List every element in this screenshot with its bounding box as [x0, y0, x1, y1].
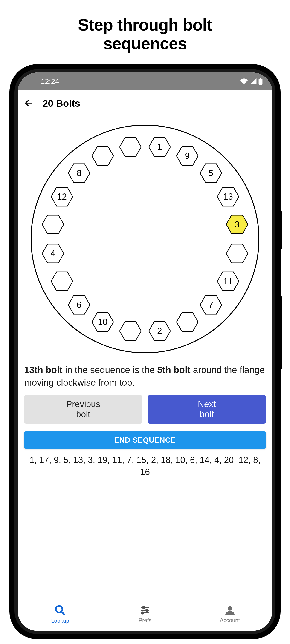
bolt-label-pos-5: 3: [234, 220, 239, 229]
nav-item-prefs[interactable]: Prefs: [103, 597, 188, 631]
bolt-label-pos-1: 1: [157, 142, 162, 152]
svg-point-4: [142, 606, 145, 608]
bolt-label-pos-2: 9: [185, 151, 190, 161]
previous-bolt-label: Previous bolt: [66, 399, 100, 419]
bolt-label-pos-18: 8: [77, 168, 82, 178]
previous-bolt-button[interactable]: Previous bolt: [24, 395, 142, 424]
flange-diagram: 19513311721064128: [18, 117, 272, 361]
svg-point-8: [142, 612, 144, 614]
bolt-label-pos-10: 2: [157, 326, 162, 336]
bolt-label-pos-15: 4: [50, 249, 55, 258]
info-text-1: in the sequence is the: [63, 365, 157, 375]
nav-item-account[interactable]: Account: [187, 597, 272, 631]
bolt-label-pos-12: 10: [98, 317, 108, 327]
page-title: 20 Bolts: [43, 98, 80, 109]
bolt-label-pos-4: 13: [223, 192, 233, 202]
signal-icon: [250, 78, 257, 84]
info-bold-step: 13th bolt: [24, 365, 63, 375]
status-time: 12:24: [41, 77, 59, 86]
sequence-info: 13th bolt in the sequence is the 5th bol…: [18, 361, 272, 389]
svg-point-0: [31, 125, 259, 353]
search-icon: [54, 604, 66, 616]
nav-label-lookup: Lookup: [51, 618, 69, 624]
back-button[interactable]: [23, 98, 33, 109]
status-icons: [240, 78, 263, 85]
arrow-left-icon: [23, 98, 33, 108]
bolt-hex-pos-16[interactable]: [42, 215, 64, 234]
svg-point-9: [228, 606, 232, 611]
bolt-hex-pos-11[interactable]: [120, 322, 141, 340]
nav-item-lookup[interactable]: Lookup: [18, 597, 103, 631]
bolt-label-pos-13: 6: [77, 300, 82, 310]
nav-buttons-row: Previous bolt Next bolt: [18, 389, 272, 424]
bolt-hex-pos-19[interactable]: [92, 147, 113, 165]
hero-line2: sequences: [103, 34, 187, 53]
info-bold-pos: 5th bolt: [157, 365, 190, 375]
battery-icon: [258, 78, 263, 85]
full-sequence-text: 1, 17, 9, 5, 13, 3, 19, 11, 7, 15, 2, 18…: [18, 448, 272, 478]
svg-point-6: [146, 609, 148, 611]
app-bar: 20 Bolts: [18, 90, 272, 117]
wifi-icon: [240, 78, 248, 84]
nav-label-account: Account: [220, 617, 240, 624]
status-bar: 12:24: [18, 72, 272, 90]
bolt-label-pos-7: 11: [223, 276, 233, 286]
bolt-hex-pos-9[interactable]: [177, 312, 198, 331]
flange-svg: 19513311721064128: [28, 122, 262, 356]
bottom-nav: Lookup Prefs Account: [18, 597, 272, 631]
sliders-icon: [139, 605, 151, 616]
bolt-hex-pos-6[interactable]: [226, 244, 248, 263]
phone-screen: 12:24 20 Bolts: [18, 72, 272, 631]
next-bolt-label: Next bolt: [198, 399, 216, 419]
phone-mockup: 12:24 20 Bolts: [10, 64, 280, 639]
bolt-hex-pos-20[interactable]: [120, 138, 141, 156]
bolt-hex-pos-14[interactable]: [51, 272, 73, 290]
user-icon: [224, 605, 235, 616]
bolt-label-pos-17: 12: [57, 192, 67, 202]
bolt-label-pos-8: 7: [208, 300, 213, 310]
svg-line-2: [62, 612, 65, 615]
end-sequence-label: END SEQUENCE: [114, 436, 176, 444]
next-bolt-button[interactable]: Next bolt: [148, 395, 266, 424]
end-sequence-button[interactable]: END SEQUENCE: [24, 432, 266, 448]
nav-label-prefs: Prefs: [139, 617, 151, 624]
bolt-label-pos-3: 5: [208, 168, 213, 178]
hero-title: Step through bolt sequences: [78, 16, 212, 53]
hero-line1: Step through bolt: [78, 16, 212, 34]
